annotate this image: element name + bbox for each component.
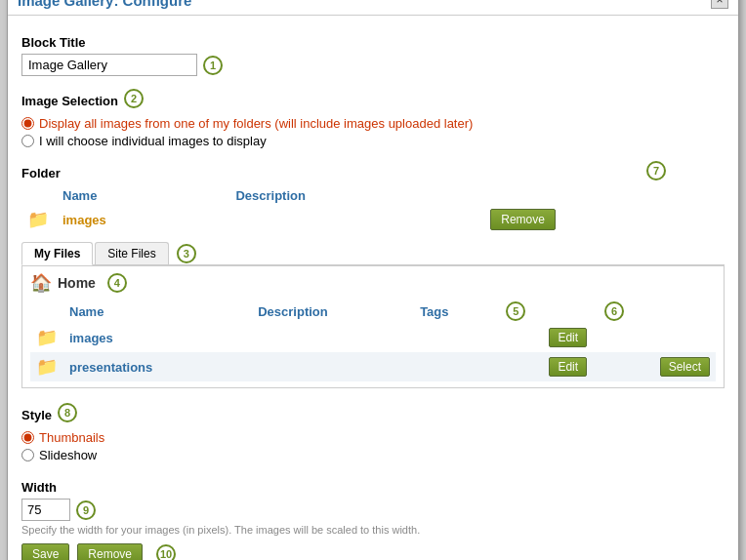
image-selection-section: Image Selection 2 Display all images fro…: [21, 84, 725, 148]
folder-name: images: [62, 213, 106, 227]
block-title-input[interactable]: [21, 54, 197, 76]
bottom-buttons: Save Remove 10: [21, 543, 725, 560]
circle-2: 2: [124, 89, 144, 108]
radio-individual[interactable]: [21, 135, 34, 147]
radio-all[interactable]: [21, 117, 34, 130]
tab-my-files[interactable]: My Files: [21, 242, 93, 265]
circle-5: 5: [506, 301, 525, 321]
width-label: Width: [21, 480, 57, 495]
folder-icon: 📁: [27, 210, 49, 229]
col-name: Name: [63, 300, 252, 323]
file-folder-icon-2: 📁: [36, 357, 58, 377]
file-row-images: 📁 images Edit: [30, 323, 716, 352]
file-name-presentations[interactable]: presentations: [69, 360, 152, 375]
circle-1: 1: [203, 56, 223, 75]
file-row-presentations: 📁 presentations Edit Select: [30, 352, 716, 381]
width-section: Width 9 Specify the width for your image…: [21, 470, 725, 536]
col-tags: Tags: [414, 300, 494, 323]
block-title-label: Block Title: [21, 35, 725, 50]
style-label: Style: [21, 408, 52, 422]
edit-presentations-button[interactable]: Edit: [549, 357, 587, 377]
radio-all-row: Display all images from one of my folder…: [21, 116, 725, 131]
label-thumbnails: Thumbnails: [39, 430, 104, 445]
select-presentations-button[interactable]: Select: [660, 357, 710, 377]
folder-section: Folder 7 Name Description 📁 images: [21, 156, 725, 234]
circle-10: 10: [156, 544, 176, 560]
style-section: Style 8 Thumbnails Slideshow: [21, 398, 725, 462]
folder-label: Folder: [21, 166, 61, 180]
folder-remove-button[interactable]: Remove: [490, 209, 556, 230]
file-browser: 🏠 Home 4 Name Description Tags: [21, 265, 725, 388]
circle-4: 4: [107, 273, 127, 293]
dialog-titlebar: Image Gallery: Configure ×: [8, 0, 738, 16]
radio-all-label: Display all images from one of my folder…: [39, 116, 473, 131]
circle-8: 8: [58, 403, 77, 422]
circle-6: 6: [604, 301, 624, 321]
radio-individual-row: I will choose individual images to displ…: [21, 134, 725, 148]
image-selection-options: Display all images from one of my folder…: [21, 116, 725, 148]
home-label: Home: [58, 275, 96, 291]
save-button[interactable]: Save: [21, 543, 69, 560]
radio-thumbnails[interactable]: [21, 431, 34, 444]
image-selection-label: Image Selection: [21, 94, 118, 108]
circle-7: 7: [646, 161, 666, 180]
radio-individual-label: I will choose individual images to displ…: [39, 134, 267, 148]
width-input[interactable]: [21, 499, 70, 521]
configure-dialog: Image Gallery: Configure × Block Title 1…: [7, 0, 739, 560]
file-name-images[interactable]: images: [69, 331, 113, 345]
image-selection-label-row: Image Selection 2: [21, 84, 725, 112]
radio-slideshow[interactable]: [21, 449, 34, 461]
remove-button[interactable]: Remove: [77, 543, 143, 560]
files-table: Name Description Tags 5 6: [30, 300, 716, 381]
col-description: Description: [252, 300, 414, 323]
dialog-body: Block Title 1 Image Selection 2 Display …: [8, 16, 738, 560]
close-button[interactable]: ×: [711, 0, 728, 9]
home-icon: 🏠: [30, 272, 52, 294]
circle-9: 9: [76, 500, 96, 520]
dialog-title: Image Gallery: Configure: [18, 0, 191, 9]
tabs-container: My Files Site Files 3 🏠 Home 4: [21, 242, 725, 388]
file-folder-icon-1: 📁: [36, 328, 58, 347]
circle-3: 3: [177, 244, 196, 263]
width-hint: Specify the width for your images (in pi…: [21, 524, 725, 536]
folder-row: 📁 images Remove: [21, 205, 725, 234]
tab-site-files[interactable]: Site Files: [95, 242, 168, 264]
edit-images-button[interactable]: Edit: [549, 328, 587, 347]
block-title-row: 1: [21, 54, 725, 76]
folder-table: Name Description 📁 images Remove: [21, 186, 725, 234]
folder-col-name: Name: [57, 186, 229, 205]
tabs-bar: My Files Site Files 3: [21, 242, 725, 265]
home-row: 🏠 Home 4: [30, 272, 716, 294]
style-options: Thumbnails Slideshow: [21, 430, 725, 462]
label-slideshow: Slideshow: [39, 448, 97, 462]
folder-col-desc: Description: [229, 186, 484, 205]
